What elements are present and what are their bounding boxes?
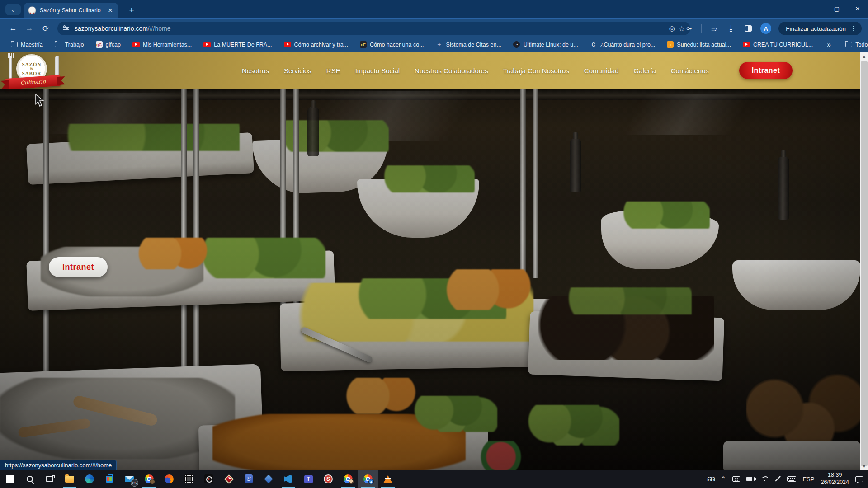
tab-close-icon[interactable]: ✕ (107, 6, 114, 14)
sourcetree-button[interactable] (239, 470, 259, 488)
youtube-icon (743, 41, 750, 48)
site-settings-icon[interactable] (63, 25, 70, 32)
chrome-menu-icon[interactable]: ⋮ (850, 25, 857, 32)
chrome-icon: A (363, 474, 373, 483)
side-panel-icon[interactable] (743, 23, 753, 33)
nav-impacto-social[interactable]: Impacto Social (355, 67, 400, 75)
intranet-button[interactable]: Intranet (739, 62, 793, 79)
extensions-puzzle-icon[interactable]: ⚩ (684, 23, 694, 33)
globe-icon: ◔ (513, 41, 520, 48)
taskbar-clock[interactable]: 18:39 26/02/2024 (818, 470, 851, 488)
people-icon[interactable]: ᕱᕱ (705, 470, 716, 488)
address-bar[interactable]: sazonysaborculinario.com/#/home ☆ (57, 22, 690, 35)
bookmark-item[interactable]: Cómo archivar y tra... (280, 39, 352, 50)
hero-intranet-button[interactable]: Intranet (49, 257, 108, 277)
site-logo[interactable]: SAZÓN & SABOR Culinario (5, 53, 66, 92)
store-icon (106, 476, 113, 483)
task-view-button[interactable] (40, 470, 60, 488)
firefox-icon (165, 474, 174, 483)
teams-button[interactable]: T (298, 470, 318, 488)
nav-rse[interactable]: RSE (326, 67, 340, 75)
nav-nuestros-colaboradores[interactable]: Nuestros Colaboradores (415, 67, 488, 75)
cf-icon: cF (360, 41, 367, 48)
tab-title: Sazón y Sabor Culinario (40, 7, 103, 14)
bookmark-item[interactable]: Trabajo (51, 39, 88, 50)
scroll-up-arrow[interactable]: ▲ (860, 52, 868, 60)
red-s-app-button[interactable]: S (318, 470, 338, 488)
firefox-button[interactable] (159, 470, 179, 488)
new-tab-button[interactable]: + (126, 5, 137, 16)
edge-button[interactable] (80, 470, 99, 488)
nav-servicios[interactable]: Servicios (284, 67, 311, 75)
battery-icon[interactable] (744, 470, 757, 488)
bookmark-item[interactable]: La MUERTE De FRA... (199, 39, 276, 50)
tab-search-button[interactable]: ⌄ (5, 4, 21, 15)
downloads-icon[interactable] (726, 23, 736, 33)
bookmark-item[interactable]: C¿Cuánto dura el pro... (586, 39, 660, 50)
nav-nosotros[interactable]: Nosotros (242, 67, 269, 75)
all-bookmarks-button[interactable]: Todos los marcadores (841, 39, 868, 50)
nav-galeria[interactable]: Galería (634, 67, 656, 75)
desktop: ⌄ Sazón y Sabor Culinario ✕ + — ▢ ✕ ← → … (0, 0, 868, 488)
reload-button[interactable]: ⟳ (40, 23, 52, 34)
bookmark-item[interactable]: iSunedu: lista actual... (663, 39, 735, 50)
site-nav: Nosotros Servicios RSE Impacto Social Nu… (242, 52, 793, 89)
dark-pattern-app-button[interactable] (179, 470, 199, 488)
wifi-icon[interactable] (759, 470, 770, 488)
blue-diamond-app-button[interactable] (259, 470, 278, 488)
chrome-profile-person-button[interactable] (338, 470, 358, 488)
nav-comunidad[interactable]: Comunidad (584, 67, 619, 75)
close-button[interactable]: ✕ (847, 0, 868, 17)
media-controls-icon[interactable]: ≡♪ (709, 23, 719, 33)
maximize-button[interactable]: ▢ (826, 0, 847, 17)
nav-contactenos[interactable]: Contáctenos (671, 67, 709, 75)
chrome-profile-a-button[interactable]: A (358, 470, 378, 488)
status-link-bubble: https://sazonysaborculinario.com/#/home (0, 460, 117, 470)
toolbar-separator (701, 24, 702, 33)
bookmark-item[interactable]: Mis Herramientas... (128, 39, 196, 50)
bookmark-item[interactable]: gCgifcap (92, 39, 125, 50)
chrome-profile-hat-button[interactable] (139, 470, 159, 488)
scrollbar-thumb[interactable] (861, 61, 868, 466)
bookmarks-overflow-button[interactable]: » (824, 41, 834, 49)
minimize-button[interactable]: — (806, 0, 826, 17)
windows-taskbar: 25 T S A ᕱᕱ ⌃ ESP 18:39 26 (0, 470, 868, 488)
bookmark-item[interactable]: Maestría (6, 39, 47, 50)
start-button[interactable] (0, 470, 20, 488)
action-center-icon[interactable] (853, 470, 865, 488)
vscode-button[interactable] (278, 470, 298, 488)
task-view-icon (46, 476, 53, 482)
pen-icon[interactable] (772, 470, 783, 488)
hidden-icons-chevron[interactable]: ⌃ (718, 470, 728, 488)
back-button[interactable]: ← (7, 23, 19, 34)
nav-separator (724, 61, 724, 80)
cast-display-icon[interactable] (730, 470, 742, 488)
profile-avatar[interactable]: A (760, 23, 771, 34)
dark-circle-app-button[interactable] (199, 470, 219, 488)
file-explorer-button[interactable] (60, 470, 80, 488)
bookmark-item[interactable]: cFCómo hacer una co... (356, 39, 428, 50)
teams-icon: T (304, 475, 313, 483)
browser-tab-bar: ⌄ Sazón y Sabor Culinario ✕ + — ▢ ✕ (0, 0, 868, 18)
bookmarks-bar: Maestría Trabajo gCgifcap Mis Herramient… (0, 37, 868, 52)
bookmark-item[interactable]: ◔Ultimate Linux: de u... (509, 39, 582, 50)
scroll-down-arrow[interactable]: ▼ (860, 462, 868, 470)
browser-tab[interactable]: Sazón y Sabor Culinario ✕ (24, 3, 118, 18)
sourcetree-icon (245, 474, 253, 483)
red-s-icon: S (324, 474, 333, 483)
forward-button[interactable]: → (24, 23, 35, 34)
touch-keyboard-icon[interactable] (785, 470, 798, 488)
page-scrollbar[interactable]: ▲ ▼ (860, 52, 868, 470)
finish-update-button[interactable]: Finalizar actualización ⋮ (778, 22, 862, 35)
bookmark-item[interactable]: CREA TU CURRICUL... (739, 39, 817, 50)
target-extension-icon[interactable]: ◎ (667, 23, 677, 33)
language-indicator[interactable]: ESP (800, 470, 816, 488)
c-icon: C (590, 41, 597, 48)
vlc-button[interactable] (378, 470, 398, 488)
bookmark-item[interactable]: ✦Sistema de Citas en... (432, 39, 505, 50)
red-diamond-app-button[interactable] (219, 470, 239, 488)
microsoft-store-button[interactable] (99, 470, 119, 488)
taskbar-search-button[interactable] (20, 470, 40, 488)
nav-trabaja-con-nosotros[interactable]: Trabaja Con Nosotros (503, 67, 569, 75)
mail-button[interactable]: 25 (119, 470, 139, 488)
